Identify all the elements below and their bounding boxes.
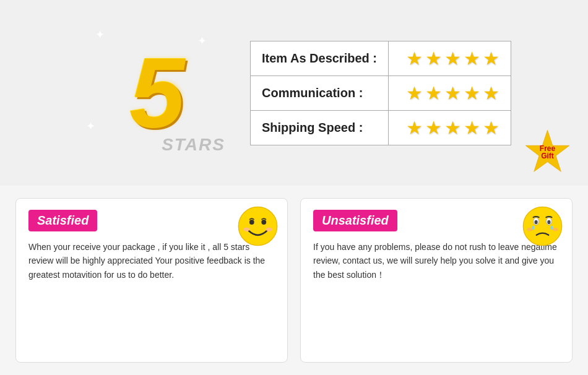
sparkle-1: ✦ (95, 28, 105, 41)
svg-point-15 (527, 228, 532, 231)
sad-face-icon (522, 206, 563, 246)
svg-point-16 (553, 228, 558, 231)
star-icon: ★ (483, 117, 499, 139)
star-icon: ★ (406, 48, 423, 69)
star-icon: ★ (483, 82, 499, 104)
star-icon: ★ (464, 82, 480, 104)
star-icon: ★ (483, 48, 499, 69)
unsatisfied-badge: Unsatisfied (313, 210, 397, 231)
sparkle-3: ✦ (86, 119, 95, 133)
star-icon: ★ (464, 117, 480, 139)
big-number: 5 (130, 43, 185, 142)
ratings-table: Item As Described : ★ ★ ★ ★ ★ Communicat… (250, 41, 511, 145)
free-gift-wrapper: Free Gift (524, 129, 571, 178)
table-row: Shipping Speed : ★ ★ ★ ★ ★ (251, 110, 511, 145)
item-as-described-label: Item As Described : (251, 41, 389, 75)
free-gift-star-icon: Free Gift (524, 129, 571, 176)
five-stars-badge: ✦ ✦ ✦ 5 STARS (77, 19, 238, 167)
star-icon: ★ (406, 117, 423, 139)
star-icon: ★ (464, 48, 480, 69)
satisfied-card: Satisfied When your receive your package… (15, 198, 288, 363)
happy-emoji-container (238, 206, 278, 249)
table-row: Communication : ★ ★ ★ ★ ★ (251, 75, 511, 110)
svg-text:Free: Free (540, 144, 556, 153)
stars-label: STARS (162, 135, 225, 155)
svg-point-11 (535, 220, 538, 225)
star-icon: ★ (406, 82, 423, 104)
happy-face-icon (238, 206, 278, 246)
sad-emoji-container (522, 206, 563, 249)
svg-point-8 (523, 207, 561, 245)
item-as-described-stars: ★ ★ ★ ★ ★ (389, 41, 511, 75)
star-icon: ★ (425, 117, 442, 139)
svg-point-5 (261, 220, 266, 225)
sparkle-2: ✦ (197, 34, 207, 48)
star-icon: ★ (444, 117, 461, 139)
bottom-section: Satisfied When your receive your package… (0, 186, 588, 375)
svg-point-6 (243, 227, 249, 231)
communication-label: Communication : (251, 75, 389, 110)
star-icon: ★ (444, 82, 461, 104)
top-section: ✦ ✦ ✦ 5 STARS Item As Described : ★ ★ ★ … (0, 0, 588, 186)
star-icon: ★ (425, 82, 442, 104)
svg-point-4 (249, 220, 254, 225)
shipping-speed-stars: ★ ★ ★ ★ ★ (389, 110, 511, 145)
svg-point-3 (238, 207, 277, 245)
satisfied-badge: Satisfied (28, 210, 97, 231)
star-icon: ★ (444, 48, 461, 69)
communication-stars: ★ ★ ★ ★ ★ (389, 75, 511, 110)
svg-point-12 (547, 220, 550, 225)
shipping-speed-label: Shipping Speed : (251, 110, 389, 145)
svg-point-7 (266, 227, 272, 231)
unsatisfied-card: Unsatisfied (300, 198, 573, 363)
table-row: Item As Described : ★ ★ ★ ★ ★ (251, 41, 511, 75)
star-icon: ★ (425, 48, 442, 69)
svg-text:Gift: Gift (541, 152, 554, 160)
